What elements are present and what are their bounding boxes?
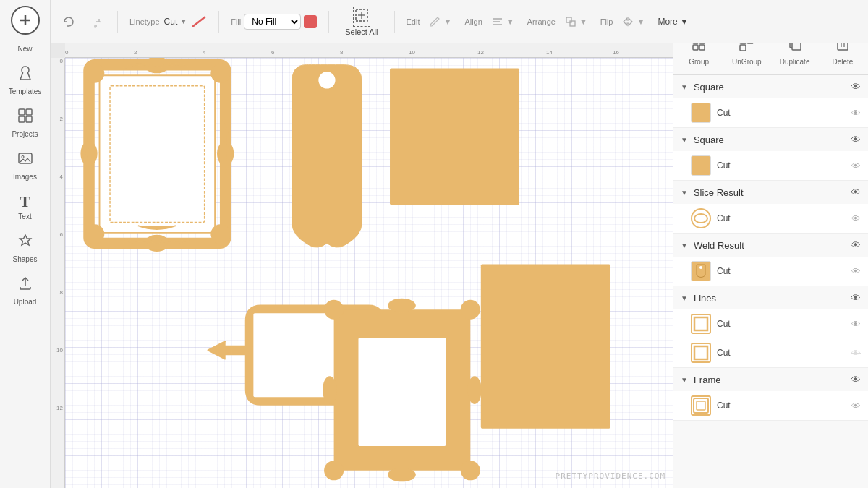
sidebar-item-text[interactable]: T Text: [4, 188, 47, 225]
layer-thumb-square2: [691, 155, 711, 176]
eye-square1-item-icon[interactable]: 👁: [851, 108, 861, 119]
select-all-button[interactable]: Select All: [341, 4, 382, 38]
chevron-frame-icon: ▼: [681, 376, 688, 384]
layer-item-lines-cut1[interactable]: Cut 👁: [673, 309, 868, 338]
projects-icon: [17, 107, 34, 129]
svg-rect-2: [19, 109, 25, 115]
fill-color-swatch[interactable]: [304, 15, 317, 28]
ruler-mark-14: 14: [546, 49, 553, 56]
redo-button[interactable]: [84, 12, 106, 31]
eye-slice-item-icon[interactable]: 👁: [851, 213, 861, 224]
eye-weld-item-icon[interactable]: 👁: [851, 266, 861, 277]
svg-rect-29: [390, 69, 519, 205]
ruler-mark-6: 6: [271, 49, 274, 56]
layer-group-header-square1[interactable]: ▼ Square 👁: [673, 75, 868, 98]
eye-square2-icon[interactable]: 👁: [851, 134, 861, 145]
sidebar-item-templates[interactable]: Templates: [4, 60, 47, 100]
eye-lines1-item-icon[interactable]: 👁: [851, 319, 861, 330]
linetype-select[interactable]: Cut ▼: [164, 17, 187, 27]
decorative-frame-shape[interactable]: [80, 58, 234, 252]
layer-group-header-frame[interactable]: ▼ Frame 👁: [673, 368, 868, 391]
svg-rect-44: [693, 45, 698, 50]
images-icon: [17, 150, 34, 171]
large-rect-bottom-right[interactable]: [481, 264, 610, 428]
layer-group-header-square2[interactable]: ▼ Square 👁: [673, 128, 868, 151]
svg-point-24: [210, 64, 230, 83]
layer-item-frame-cut[interactable]: Cut 👁: [673, 391, 868, 420]
layer-item-lines-cut2[interactable]: Cut 👁: [673, 338, 868, 367]
line-color-swatch[interactable]: [191, 14, 207, 30]
svg-point-38: [388, 299, 416, 312]
edit-button[interactable]: ▼: [424, 12, 456, 31]
eye-frame-item-icon[interactable]: 👁: [851, 401, 861, 411]
fill-group: Fill No Fill Fill: [231, 14, 317, 30]
flip-button[interactable]: ▼: [618, 12, 650, 31]
eye-frame-icon[interactable]: 👁: [851, 374, 861, 385]
text-icon: T: [20, 192, 30, 211]
duplicate-label: Duplicate: [780, 58, 810, 66]
svg-point-35: [461, 300, 480, 320]
layer-thumb-weld: [691, 261, 711, 281]
layer-item-label-lines1: Cut: [717, 319, 846, 329]
svg-point-21: [80, 141, 97, 166]
layer-group-square1: ▼ Square 👁 Cut 👁: [673, 75, 868, 128]
svg-point-36: [324, 461, 344, 480]
canvas[interactable]: PRETTYPROVIDENCE.COM: [65, 58, 673, 488]
eye-lines2-item-icon[interactable]: 👁: [851, 348, 861, 359]
new-button[interactable]: [11, 6, 40, 35]
layer-thumb-lines2: [691, 343, 711, 363]
svg-point-55: [699, 266, 702, 269]
ruler-mark-left-2: 2: [60, 116, 63, 122]
main-canvas-area: 0 2 4 6 8 10 12 14 16 18 0 2 4 6 8 10 12: [51, 43, 673, 488]
sidebar-item-images[interactable]: Images: [4, 145, 47, 185]
ruler-mark-12: 12: [477, 49, 484, 56]
arrange-button[interactable]: ▼: [560, 12, 592, 31]
eye-square1-icon[interactable]: 👁: [851, 81, 861, 93]
eye-square2-item-icon[interactable]: 👁: [851, 160, 861, 171]
svg-point-37: [461, 461, 480, 480]
layer-item-weld-cut[interactable]: Cut 👁: [673, 257, 868, 286]
layer-item-slice-cut[interactable]: Cut 👁: [673, 204, 868, 233]
linetype-chevron-icon: ▼: [180, 18, 187, 25]
layer-item-label-lines2: Cut: [717, 348, 846, 358]
layer-group-header-weld[interactable]: ▼ Weld Result 👁: [673, 234, 868, 257]
canvas-svg: [65, 58, 673, 488]
sidebar-item-shapes[interactable]: Shapes: [4, 228, 47, 267]
svg-rect-58: [694, 398, 708, 413]
layer-group-header-slice[interactable]: ▼ Slice Result 👁: [673, 181, 868, 204]
layer-group-weld: ▼ Weld Result 👁 Cut 👁: [673, 234, 868, 286]
layer-item-square1-cut[interactable]: Cut 👁: [673, 98, 868, 127]
eye-slice-icon[interactable]: 👁: [851, 187, 861, 198]
ruler-mark-8: 8: [340, 49, 343, 56]
eye-weld-icon[interactable]: 👁: [851, 239, 861, 251]
upload-icon: [17, 275, 34, 296]
more-button[interactable]: More ▼: [658, 17, 689, 27]
large-rect-top-right[interactable]: [390, 69, 519, 205]
sidebar-item-upload[interactable]: Upload: [4, 270, 47, 310]
ornate-frame-shape[interactable]: [323, 299, 482, 481]
tag-shape[interactable]: [292, 65, 362, 247]
svg-rect-3: [26, 109, 32, 115]
svg-point-7: [22, 156, 24, 158]
top-toolbar: Linetype Cut ▼ Fill No Fill Fill Select …: [51, 0, 868, 43]
layer-thumb-square1: [691, 103, 711, 123]
undo-button[interactable]: [58, 12, 80, 31]
eye-lines-icon[interactable]: 👁: [851, 292, 861, 304]
layer-group-header-lines[interactable]: ▼ Lines 👁: [673, 286, 868, 309]
svg-rect-4: [19, 116, 25, 122]
select-all-label: Select All: [345, 27, 378, 36]
svg-point-34: [324, 300, 344, 320]
edit-group: Edit ▼: [407, 12, 456, 31]
sidebar-item-projects[interactable]: Projects: [4, 103, 47, 142]
svg-point-22: [217, 141, 234, 166]
svg-rect-18: [100, 75, 216, 233]
svg-point-39: [388, 468, 416, 481]
layer-item-label-weld: Cut: [717, 266, 846, 276]
fill-select[interactable]: No Fill Fill: [244, 14, 301, 30]
layers-list: ▼ Square 👁 Cut 👁 ▼ Square 👁 Cut 👁: [673, 75, 868, 488]
shapes-icon: [17, 232, 34, 254]
layer-item-square2-cut[interactable]: Cut 👁: [673, 151, 868, 180]
svg-point-54: [694, 214, 707, 223]
align-button[interactable]: ▼: [487, 12, 519, 31]
chevron-lines-icon: ▼: [681, 294, 688, 302]
